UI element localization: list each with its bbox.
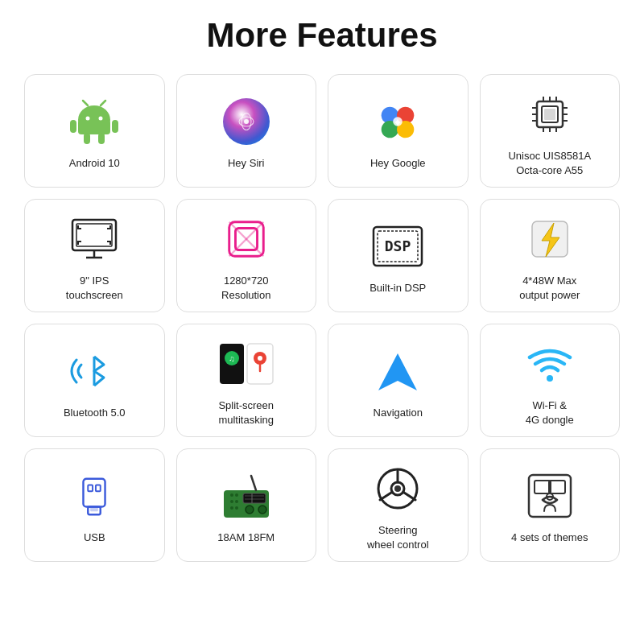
steering-wheel-icon [369, 460, 426, 517]
svg-line-4 [83, 101, 88, 105]
resolution-icon [218, 211, 275, 267]
card-power: 4*48W Max output power [480, 199, 621, 312]
svg-point-65 [235, 506, 238, 510]
svg-point-67 [235, 493, 238, 497]
svg-rect-7 [112, 120, 118, 133]
page-title: More Features [206, 16, 437, 55]
svg-point-62 [230, 500, 233, 503]
features-grid: Android 10 Hey Siri [24, 74, 620, 562]
svg-point-72 [246, 506, 254, 514]
svg-point-73 [258, 506, 266, 514]
usb-icon [66, 468, 122, 524]
svg-rect-8 [84, 133, 90, 144]
svg-line-78 [380, 493, 391, 500]
card-usb: USB [24, 448, 165, 562]
svg-line-5 [101, 101, 105, 105]
themes-icon [522, 468, 578, 524]
card-google: Hey Google [328, 74, 469, 188]
card-radio: 18AM 18FM [176, 448, 317, 562]
usb-label: USB [84, 530, 105, 545]
svg-line-79 [404, 493, 415, 500]
svg-rect-34 [76, 224, 112, 246]
google-icon [369, 93, 426, 150]
svg-rect-60 [90, 507, 98, 512]
card-bluetooth: Bluetooth 5.0 [24, 324, 165, 437]
wifi-icon [522, 336, 578, 392]
svg-rect-58 [96, 485, 101, 492]
svg-rect-9 [98, 133, 105, 144]
wheel-label: Steering wheel control [367, 523, 429, 551]
card-resolution: 1280*720 Resolution [176, 199, 317, 312]
resolution-label: 1280*720 Resolution [221, 274, 270, 302]
chip-label: Unisoc UIS8581A Octa-core A55 [508, 149, 591, 177]
navigation-icon [369, 343, 426, 399]
svg-line-74 [251, 476, 256, 490]
card-split: ♫ Split-screen multitasking [176, 324, 317, 437]
ips-label: 9" IPS touchscreen [66, 274, 123, 302]
google-label: Hey Google [370, 156, 426, 171]
siri-label: Hey Siri [228, 156, 265, 171]
card-wifi: Wi-Fi & 4G dongle [480, 324, 621, 437]
svg-point-3 [99, 116, 103, 120]
bluetooth-label: Bluetooth 5.0 [64, 406, 126, 420]
dsp-label: Built-in DSP [369, 281, 426, 295]
chip-icon [522, 86, 578, 142]
navigation-label: Navigation [374, 406, 423, 420]
svg-point-63 [230, 506, 233, 510]
svg-point-80 [394, 485, 401, 492]
radio-label: 18AM 18FM [217, 530, 275, 545]
svg-point-66 [230, 493, 233, 497]
card-dsp: DSP Built-in DSP [328, 199, 469, 312]
siri-icon [218, 93, 275, 150]
svg-point-2 [86, 116, 90, 120]
card-wheel: Steering wheel control [328, 448, 469, 562]
themes-label: 4 sets of themes [511, 530, 588, 545]
split-icon: ♫ [218, 336, 275, 392]
svg-marker-54 [378, 353, 417, 390]
svg-text:♫: ♫ [229, 354, 235, 363]
power-icon [522, 211, 578, 267]
monitor-icon [66, 211, 122, 267]
svg-rect-56 [84, 479, 105, 507]
dsp-icon: DSP [369, 218, 426, 275]
card-android: Android 10 [24, 74, 165, 188]
radio-icon [218, 468, 275, 524]
svg-rect-68 [243, 493, 266, 503]
svg-rect-1 [78, 120, 110, 134]
card-chip: Unisoc UIS8581A Octa-core A55 [480, 74, 621, 188]
wifi-label: Wi-Fi & 4G dongle [526, 398, 574, 427]
svg-text:DSP: DSP [385, 237, 411, 254]
android-icon [66, 93, 122, 150]
card-themes: 4 sets of themes [480, 448, 621, 562]
bluetooth-icon [66, 343, 122, 399]
svg-point-12 [244, 119, 249, 124]
split-label: Split-screen multitasking [218, 398, 274, 427]
svg-point-52 [258, 356, 262, 361]
svg-point-64 [235, 500, 238, 503]
svg-rect-57 [89, 485, 93, 492]
svg-point-17 [393, 117, 402, 126]
svg-rect-32 [544, 109, 555, 120]
android-label: Android 10 [69, 156, 120, 171]
power-label: 4*48W Max output power [519, 274, 580, 302]
svg-point-55 [547, 375, 553, 382]
svg-rect-6 [70, 120, 76, 133]
card-ips: 9" IPS touchscreen [24, 199, 165, 312]
card-siri: Hey Siri [176, 74, 317, 188]
card-navigation: Navigation [328, 324, 469, 437]
